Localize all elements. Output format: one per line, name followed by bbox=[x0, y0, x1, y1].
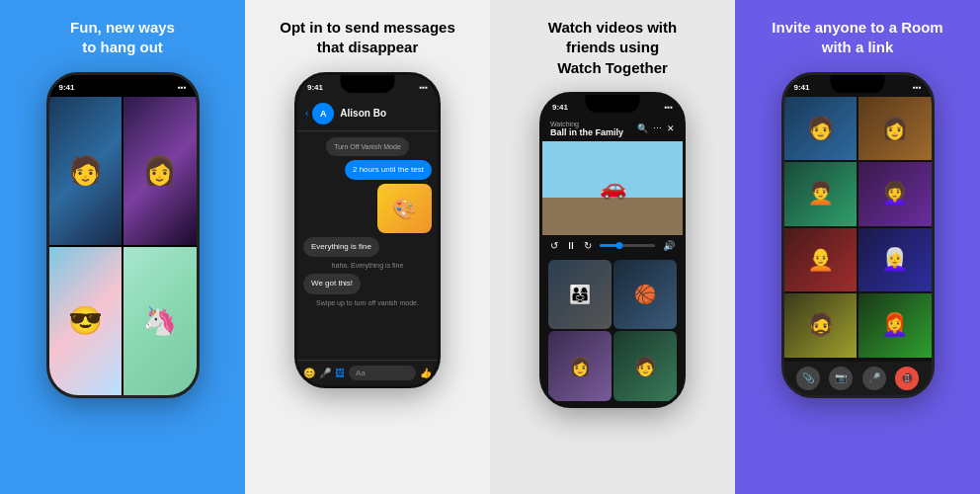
call-cell-8: 👩‍🦰 bbox=[858, 293, 932, 358]
phone-1-notch bbox=[96, 75, 150, 93]
avatar-4: 🦄 bbox=[123, 247, 197, 395]
thumb-3[interactable]: 👩 bbox=[548, 331, 612, 401]
call-cell-6: 👩‍🦳 bbox=[858, 228, 932, 292]
thumb-4[interactable]: 🧑 bbox=[613, 331, 677, 401]
phone-2: 9:41 ▪▪▪ ‹ A Alison Bo Turn Off Vanish M… bbox=[294, 72, 441, 388]
sent-message-1: 2 hours until the test bbox=[345, 160, 432, 180]
face-cell-4: 🦄 bbox=[123, 247, 197, 395]
chat-input-bar: 😊 🎤 🖼 Aa 👍 bbox=[297, 360, 438, 385]
phone-2-notch bbox=[341, 75, 395, 93]
panel-4-caption: Invite anyone to a Room with a link bbox=[772, 18, 942, 58]
vanish-hint: Swipe up to turn off vanish mode. bbox=[316, 299, 419, 306]
received-message-2: We got this! bbox=[303, 274, 361, 293]
phone-1-screen: 🧑 👩 😎 🦄 bbox=[49, 75, 197, 395]
progress-dot bbox=[615, 242, 622, 249]
signal-icons: ▪▪▪ bbox=[178, 83, 187, 92]
phone-4-notch bbox=[831, 75, 885, 93]
panel-1-caption: Fun, new ways to hang out bbox=[70, 18, 175, 58]
rewind-button[interactable]: ↺ bbox=[550, 240, 558, 251]
video-car: 🚗 bbox=[600, 175, 626, 201]
watch-header: Watching Ball in the Family 🔍 ⋯ ✕ bbox=[542, 117, 683, 141]
chat-header: ‹ A Alison Bo bbox=[297, 97, 438, 131]
avatar-1: 🧑 bbox=[49, 97, 122, 245]
volume-button[interactable]: 🔊 bbox=[663, 240, 675, 251]
thumbnails-row: 👨‍👩‍👧 🏀 👩 🧑 bbox=[542, 256, 683, 405]
call-cell-2: 👩 bbox=[858, 97, 932, 161]
call-toolbar: 📎 📷 🎤 📵 bbox=[784, 362, 932, 395]
emoji-icon[interactable]: 😊 bbox=[303, 368, 315, 378]
back-icon: ‹ bbox=[305, 108, 308, 119]
phone-3-notch bbox=[586, 95, 640, 113]
face-cell-1: 🧑 bbox=[49, 97, 122, 245]
call-grid: 🧑 👩 🧑‍🦱 👩‍🦱 🧑‍🦲 👩‍🦳 🧔 👩‍🦰 bbox=[784, 97, 932, 362]
thumb-1[interactable]: 👨‍👩‍👧 bbox=[548, 260, 612, 330]
signal-icons-4: ▪▪▪ bbox=[913, 83, 922, 92]
chat-input[interactable]: Aa bbox=[349, 366, 416, 380]
search-icon[interactable]: 🔍 bbox=[637, 124, 648, 133]
panel-2: Opt in to send messages that disappear 9… bbox=[245, 0, 490, 494]
sticker: 🎨 bbox=[377, 184, 432, 233]
watch-title: Ball in the Family bbox=[550, 127, 623, 137]
more-icon[interactable]: ⋯ bbox=[653, 124, 662, 133]
time-label-3: 9:41 bbox=[552, 103, 568, 112]
panel-3-caption: Watch videos with friends using Watch To… bbox=[548, 18, 677, 78]
phone-2-screen: ‹ A Alison Bo Turn Off Vanish Mode 2 hou… bbox=[297, 75, 438, 385]
received-message-1: Everything is fine bbox=[303, 237, 379, 257]
photo-icon[interactable]: 🖼 bbox=[335, 368, 345, 378]
call-cell-1: 🧑 bbox=[784, 97, 858, 161]
panel-4: Invite anyone to a Room with a link 9:41… bbox=[735, 0, 980, 494]
video-player: 🚗 bbox=[542, 141, 683, 235]
chat-avatar: A bbox=[312, 103, 334, 124]
phone-3-screen: Watching Ball in the Family 🔍 ⋯ ✕ 🚗 ↺ ⏸ … bbox=[542, 95, 683, 405]
call-cell-3: 🧑‍🦱 bbox=[784, 162, 858, 226]
panel-3: Watch videos with friends using Watch To… bbox=[490, 0, 735, 494]
forward-button[interactable]: ↻ bbox=[584, 240, 592, 251]
chat-messages: Turn Off Vanish Mode 2 hours until the t… bbox=[297, 131, 438, 360]
video-scene: 🚗 bbox=[542, 141, 683, 235]
call-cell-5: 🧑‍🦲 bbox=[784, 228, 858, 292]
signal-icons-3: ▪▪▪ bbox=[664, 103, 673, 112]
time-label-4: 9:41 bbox=[794, 83, 810, 92]
thumb-2[interactable]: 🏀 bbox=[613, 260, 677, 330]
avatar-2: 👩 bbox=[123, 97, 197, 245]
chat-contact-name: Alison Bo bbox=[340, 108, 386, 119]
mic-icon[interactable]: 🎤 bbox=[319, 368, 331, 378]
phone-1: 9:41 ▪▪▪ 🧑 👩 😎 🦄 bbox=[46, 72, 200, 398]
like-icon[interactable]: 👍 bbox=[420, 368, 432, 378]
call-cell-4: 👩‍🦱 bbox=[858, 162, 932, 226]
watch-action-icons: 🔍 ⋯ ✕ bbox=[637, 124, 675, 133]
phone-4: 9:41 ▪▪▪ 🧑 👩 🧑‍🦱 👩‍🦱 🧑‍🦲 👩‍🦳 🧔 👩‍🦰 📎 📷 🎤… bbox=[781, 72, 935, 398]
time-label: 9:41 bbox=[59, 83, 75, 92]
attachment-button[interactable]: 📎 bbox=[796, 367, 820, 390]
panel-2-caption: Opt in to send messages that disappear bbox=[280, 18, 455, 58]
watch-info: Watching Ball in the Family bbox=[550, 121, 623, 137]
panel-1: Fun, new ways to hang out 9:41 ▪▪▪ 🧑 👩 😎… bbox=[0, 0, 245, 494]
progress-bar[interactable] bbox=[600, 244, 655, 247]
avatar-3: 😎 bbox=[49, 247, 122, 395]
face-cell-3: 😎 bbox=[49, 247, 122, 395]
phone-4-screen: 🧑 👩 🧑‍🦱 👩‍🦱 🧑‍🦲 👩‍🦳 🧔 👩‍🦰 📎 📷 🎤 📵 bbox=[784, 75, 932, 395]
camera-button[interactable]: 📷 bbox=[829, 367, 853, 390]
call-cell-7: 🧔 bbox=[784, 293, 858, 358]
echo-message: haha. Everything is fine bbox=[332, 262, 404, 269]
time-label-2: 9:41 bbox=[307, 83, 323, 92]
watching-label: Watching bbox=[550, 121, 623, 127]
signal-icons-2: ▪▪▪ bbox=[419, 83, 428, 92]
mic-button[interactable]: 🎤 bbox=[862, 367, 886, 390]
system-message: Turn Off Vanish Mode bbox=[326, 137, 409, 156]
video-controls: ↺ ⏸ ↻ 🔊 bbox=[542, 235, 683, 256]
end-call-button[interactable]: 📵 bbox=[895, 367, 919, 390]
phone-3: 9:41 ▪▪▪ Watching Ball in the Family 🔍 ⋯… bbox=[539, 92, 686, 408]
face-cell-2: 👩 bbox=[123, 97, 197, 245]
pause-button[interactable]: ⏸ bbox=[566, 240, 576, 251]
close-icon[interactable]: ✕ bbox=[667, 124, 675, 133]
